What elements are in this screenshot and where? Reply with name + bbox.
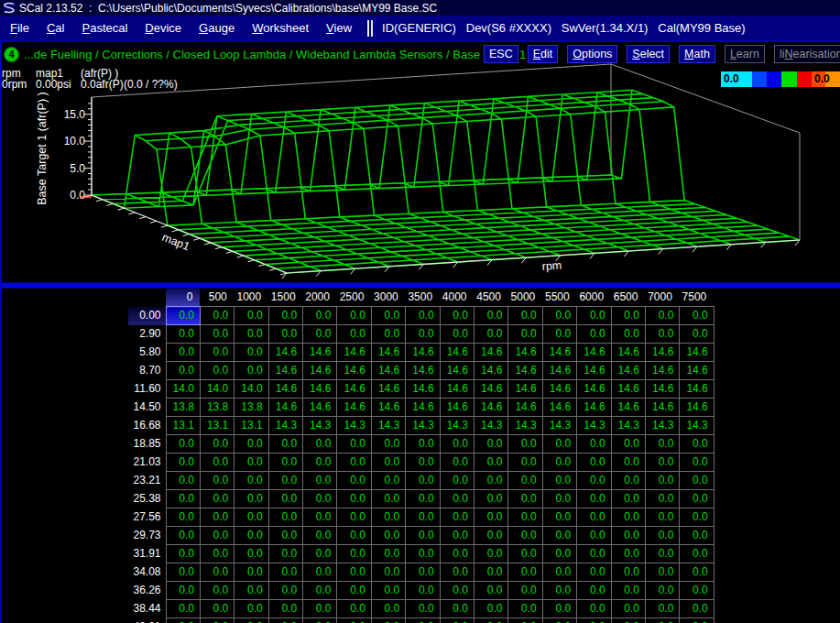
table-cell[interactable]: 0.0 — [406, 454, 440, 472]
table-cell[interactable]: 0.0 — [166, 362, 200, 380]
table-cell[interactable]: 0.0 — [645, 618, 679, 623]
table-cell[interactable]: 14.6 — [508, 362, 542, 380]
table-cell[interactable]: 0.0 — [440, 563, 474, 582]
table-cell[interactable]: 0.0 — [406, 307, 440, 325]
table-cell[interactable]: 0.0 — [166, 435, 200, 454]
table-cell[interactable]: 0.0 — [371, 307, 405, 325]
menu-item-worksheet[interactable]: Worksheet — [245, 18, 315, 38]
menu-item-view[interactable]: View — [320, 18, 358, 38]
table-cell[interactable]: 14.3 — [645, 417, 679, 435]
table-cell[interactable]: 14.0 — [166, 380, 200, 399]
table-cell[interactable]: 0.0 — [268, 508, 302, 527]
table-cell[interactable]: 0.0 — [475, 490, 508, 508]
table-cell[interactable]: 0.0 — [200, 618, 234, 623]
table-cell[interactable]: 14.6 — [577, 380, 611, 399]
table-cell[interactable]: 0.0 — [303, 307, 337, 325]
table-cell[interactable]: 0.0 — [645, 527, 679, 545]
table-cell[interactable]: 14.6 — [303, 344, 337, 362]
table-cell[interactable]: 0.0 — [440, 508, 474, 527]
table-cell[interactable]: 14.6 — [406, 362, 440, 380]
select-button[interactable]: Select — [627, 45, 670, 63]
table-cell[interactable]: 0.0 — [303, 435, 337, 454]
table-cell[interactable]: 0.0 — [235, 600, 268, 618]
table-cell[interactable]: 0.0 — [166, 600, 200, 618]
table-cell[interactable]: 0.0 — [337, 435, 371, 454]
table-cell[interactable]: 0.0 — [577, 307, 611, 325]
table-cell[interactable]: 0.0 — [475, 618, 508, 623]
table-cell[interactable]: 0.0 — [680, 325, 714, 344]
table-cell[interactable]: 0.0 — [577, 490, 611, 508]
table-cell[interactable]: 0.0 — [542, 472, 576, 490]
table-cell[interactable]: 0.0 — [440, 527, 474, 545]
table-cell[interactable]: 14.6 — [611, 362, 645, 380]
table-cell[interactable]: 0.0 — [440, 490, 474, 508]
table-cell[interactable]: 0.0 — [406, 545, 440, 563]
table-cell[interactable]: 0.0 — [508, 545, 542, 563]
table-cell[interactable]: 0.0 — [475, 563, 508, 582]
table-cell[interactable]: 14.6 — [680, 380, 714, 399]
table-cell[interactable]: 0.0 — [371, 545, 405, 563]
table-cell[interactable]: 14.3 — [611, 417, 645, 435]
table-cell[interactable]: 14.3 — [337, 417, 371, 435]
table-cell[interactable]: 0.0 — [611, 490, 645, 508]
table-cell[interactable]: 0.0 — [680, 545, 714, 563]
table-cell[interactable]: 14.6 — [371, 380, 405, 399]
table-cell[interactable]: 0.0 — [303, 325, 337, 344]
table-cell[interactable]: 0.0 — [645, 307, 679, 325]
table-cell[interactable]: 0.0 — [235, 325, 268, 344]
table-cell[interactable]: 14.6 — [440, 344, 474, 362]
table-cell[interactable]: 0.0 — [235, 545, 268, 563]
table-cell[interactable]: 14.6 — [337, 380, 371, 399]
table-cell[interactable]: 0.0 — [508, 563, 542, 582]
table-cell[interactable]: 0.0 — [680, 490, 714, 508]
table-cell[interactable]: 14.6 — [475, 399, 508, 417]
table-cell[interactable]: 14.6 — [303, 380, 337, 399]
table-cell[interactable]: 0.0 — [611, 527, 645, 545]
table-cell[interactable]: 13.8 — [200, 399, 234, 417]
table-cell[interactable]: 0.0 — [337, 527, 371, 545]
table-cell[interactable]: 14.6 — [645, 344, 679, 362]
table-cell[interactable]: 14.6 — [611, 344, 645, 362]
table-cell[interactable]: 0.0 — [406, 563, 440, 582]
table-cell[interactable]: 0.0 — [542, 618, 576, 623]
table-cell[interactable]: 14.6 — [645, 380, 679, 399]
learn-button[interactable]: Learn — [725, 45, 765, 63]
table-cell[interactable]: 0.0 — [440, 307, 474, 325]
table-cell[interactable]: 14.6 — [645, 399, 679, 417]
table-cell[interactable]: 0.0 — [166, 563, 200, 582]
table-cell[interactable]: 14.6 — [542, 362, 576, 380]
table-cell[interactable]: 0.0 — [440, 600, 474, 618]
table-cell[interactable]: 0.0 — [577, 563, 611, 582]
menu-item-pastecal[interactable]: Pastecal — [75, 18, 134, 38]
table-cell[interactable]: 0.0 — [166, 545, 200, 563]
table-cell[interactable]: 14.6 — [371, 399, 405, 417]
table-cell[interactable]: 0.0 — [166, 472, 200, 490]
table-cell[interactable]: 0.0 — [371, 582, 405, 600]
table-cell[interactable]: 0.0 — [166, 307, 200, 325]
table-cell[interactable]: 0.0 — [166, 582, 200, 600]
table-cell[interactable]: 0.0 — [166, 527, 200, 545]
table-cell[interactable]: 0.0 — [406, 508, 440, 527]
table-cell[interactable]: 0.0 — [371, 472, 405, 490]
table-cell[interactable]: 0.0 — [200, 600, 234, 618]
table-cell[interactable]: 0.0 — [200, 362, 234, 380]
table-cell[interactable]: 0.0 — [337, 307, 371, 325]
table-cell[interactable]: 0.0 — [475, 307, 508, 325]
table-cell[interactable]: 0.0 — [680, 307, 714, 325]
table-cell[interactable]: 0.0 — [680, 454, 714, 472]
table-cell[interactable]: 14.3 — [680, 417, 714, 435]
table-cell[interactable]: 0.0 — [200, 435, 234, 454]
table-cell[interactable]: 14.6 — [680, 399, 714, 417]
table-cell[interactable]: 0.0 — [542, 563, 576, 582]
table-cell[interactable]: 0.0 — [268, 545, 302, 563]
table-cell[interactable]: 0.0 — [680, 508, 714, 527]
table-cell[interactable]: 0.0 — [611, 582, 645, 600]
table-cell[interactable]: 14.3 — [406, 417, 440, 435]
table-cell[interactable]: 0.0 — [611, 618, 645, 623]
table-cell[interactable]: 0.0 — [611, 600, 645, 618]
table-cell[interactable]: 0.0 — [577, 527, 611, 545]
table-cell[interactable]: 0.0 — [200, 545, 234, 563]
table-cell[interactable]: 14.6 — [268, 399, 302, 417]
table-cell[interactable]: 0.0 — [371, 325, 405, 344]
table-cell[interactable]: 0.0 — [680, 600, 714, 618]
